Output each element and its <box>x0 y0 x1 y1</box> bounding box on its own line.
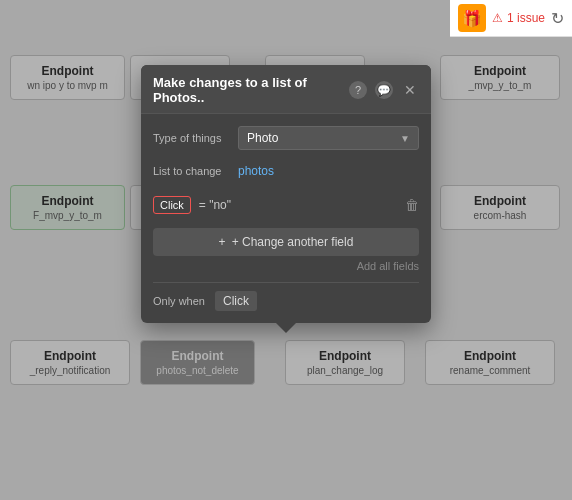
issue-count: 1 issue <box>507 11 545 25</box>
modal-header-icons: ? 💬 ✕ <box>349 81 419 99</box>
list-control: photos <box>238 160 419 182</box>
list-value[interactable]: photos <box>238 160 419 182</box>
equals-no-text: = "no" <box>199 198 231 212</box>
modal-title: Make changes to a list of Photos.. <box>153 75 349 105</box>
modal-arrow <box>276 323 296 333</box>
trash-icon[interactable]: 🗑 <box>405 197 419 213</box>
add-field-label: + Change another field <box>232 235 354 249</box>
modal: Make changes to a list of Photos.. ? 💬 ✕… <box>141 65 431 323</box>
chevron-down-icon: ▼ <box>400 133 410 144</box>
type-select[interactable]: Photo ▼ <box>238 126 419 150</box>
type-control: Photo ▼ <box>238 126 419 150</box>
close-icon[interactable]: ✕ <box>401 81 419 99</box>
top-bar: 🎁 ⚠ 1 issue ↻ <box>450 0 572 37</box>
list-label: List to change <box>153 165 238 177</box>
type-value: Photo <box>247 131 278 145</box>
issue-badge: ⚠ 1 issue <box>492 11 545 25</box>
only-when-value[interactable]: Click <box>215 291 257 311</box>
gift-icon: 🎁 <box>458 4 486 32</box>
only-when-row: Only when Click <box>153 282 419 311</box>
modal-body: Type of things Photo ▼ List to change ph… <box>141 114 431 323</box>
add-field-button[interactable]: + + Change another field <box>153 228 419 256</box>
only-when-label: Only when <box>153 295 205 307</box>
field-row: Click = "no" 🗑 <box>153 192 419 218</box>
help-icon[interactable]: ? <box>349 81 367 99</box>
warning-icon: ⚠ <box>492 11 503 25</box>
modal-header: Make changes to a list of Photos.. ? 💬 ✕ <box>141 65 431 114</box>
plus-icon: + <box>219 235 226 249</box>
click-badge[interactable]: Click <box>153 196 191 214</box>
chat-icon[interactable]: 💬 <box>375 81 393 99</box>
refresh-icon[interactable]: ↻ <box>551 9 564 28</box>
type-label: Type of things <box>153 132 238 144</box>
list-row: List to change photos <box>153 160 419 182</box>
type-row: Type of things Photo ▼ <box>153 126 419 150</box>
add-all-fields-link[interactable]: Add all fields <box>153 260 419 272</box>
